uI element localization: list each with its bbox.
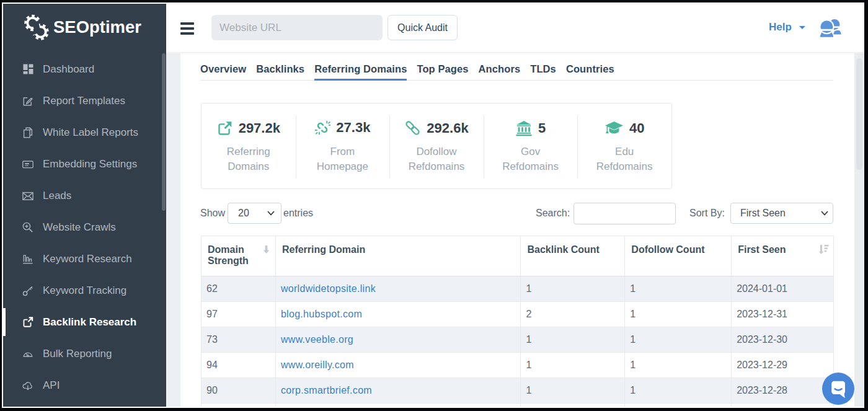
svg-text:SEOptimer: SEOptimer	[53, 18, 141, 37]
